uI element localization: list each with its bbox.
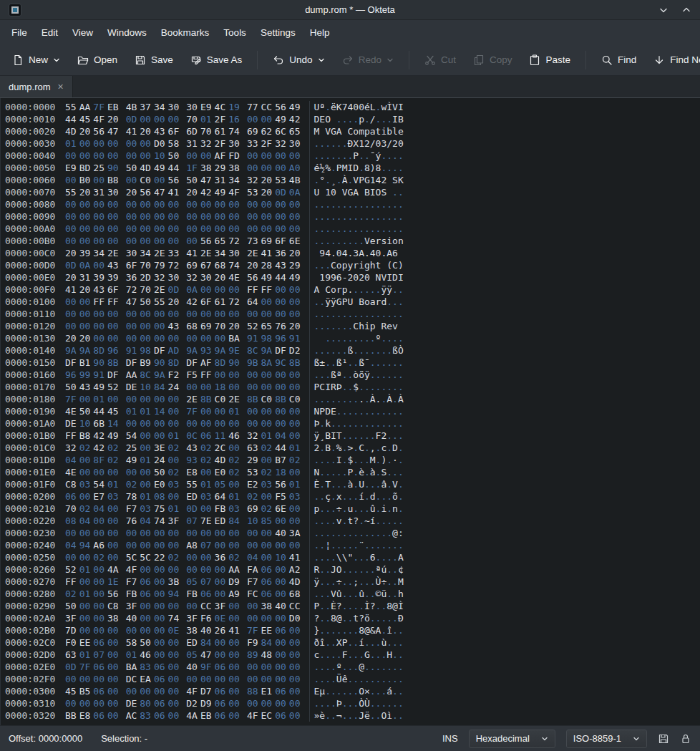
char-cell[interactable]: T xyxy=(336,430,342,442)
char-cell[interactable]: . xyxy=(381,247,387,259)
char-cell[interactable]: F xyxy=(342,649,348,661)
hex-byte[interactable]: 62 xyxy=(261,125,276,137)
hex-byte[interactable]: 00 xyxy=(168,539,183,551)
char-cell[interactable]: I xyxy=(398,271,404,284)
char-cell[interactable]: , xyxy=(370,442,376,454)
hex-byte[interactable]: 00 xyxy=(65,150,79,162)
hex-byte[interactable]: E0 xyxy=(215,466,229,478)
char-cell[interactable]: . xyxy=(347,527,353,539)
char-cell[interactable]: . xyxy=(376,393,381,405)
char-cell[interactable]: . xyxy=(376,369,381,381)
hex-byte[interactable]: 06 xyxy=(200,430,215,442)
hex-byte[interactable]: 20 xyxy=(79,186,94,198)
char-cell[interactable]: ß xyxy=(347,344,353,357)
hex-byte[interactable]: 00 xyxy=(65,697,79,709)
hex-byte[interactable]: 65 xyxy=(215,235,229,247)
hex-byte[interactable]: 4D xyxy=(215,454,229,466)
char-cell[interactable]: R xyxy=(381,320,387,332)
hex-byte[interactable]: DF xyxy=(275,344,289,357)
hex-byte[interactable]: A8 xyxy=(186,539,200,551)
hex-byte[interactable]: 9C xyxy=(275,357,289,369)
hex-byte[interactable]: 00 xyxy=(126,466,140,478)
char-cell[interactable]: . xyxy=(347,636,353,649)
hex-byte[interactable]: B0 xyxy=(79,174,94,186)
char-cell[interactable]: . xyxy=(347,563,353,576)
char-cell[interactable]: . xyxy=(314,490,320,503)
char-cell[interactable]: . xyxy=(342,210,348,223)
char-cell[interactable]: n xyxy=(398,235,404,247)
hex-byte[interactable]: 00 xyxy=(168,417,183,430)
char-cell[interactable]: . xyxy=(359,649,364,661)
hex-byte[interactable]: 00 xyxy=(200,417,215,430)
hex-byte[interactable]: 00 xyxy=(93,600,107,612)
char-cell[interactable]: . xyxy=(364,284,370,296)
menu-edit[interactable]: Edit xyxy=(34,24,65,42)
hex-byte[interactable]: 00 xyxy=(186,600,200,612)
hex-byte[interactable]: 00 xyxy=(289,417,303,430)
hex-byte[interactable]: 06 xyxy=(215,685,229,697)
hex-byte[interactable]: 70 xyxy=(186,113,200,125)
char-cell[interactable]: . xyxy=(331,210,336,223)
hex-byte[interactable]: 03 xyxy=(228,503,243,515)
hex-byte[interactable]: 50 xyxy=(186,174,200,186)
char-cell[interactable]: A xyxy=(336,125,342,137)
char-cell[interactable]: . xyxy=(353,332,359,344)
hex-byte[interactable]: 49 xyxy=(261,271,276,284)
hex-byte[interactable]: 00 xyxy=(247,113,261,125)
hex-byte[interactable]: 70 xyxy=(200,125,215,137)
char-cell[interactable]: v xyxy=(336,515,342,527)
char-cell[interactable]: â xyxy=(381,478,387,490)
char-cell[interactable]: à xyxy=(347,478,353,490)
toolbar-paste-button[interactable]: Paste xyxy=(522,49,577,71)
hex-byte[interactable]: 00 xyxy=(79,320,94,332)
hex-byte[interactable]: 00 xyxy=(247,661,261,673)
hex-byte[interactable]: 00 xyxy=(215,649,229,661)
hex-byte[interactable]: 00 xyxy=(79,210,94,223)
hex-byte[interactable]: 44 xyxy=(65,113,79,125)
char-cell[interactable]: . xyxy=(370,649,376,661)
hex-byte[interactable]: 06 xyxy=(140,576,154,588)
hex-byte[interactable]: 00 xyxy=(140,308,154,320)
hex-byte[interactable]: 3F xyxy=(168,515,183,527)
char-cell[interactable]: U xyxy=(314,186,320,198)
hex-byte[interactable]: 8B xyxy=(275,393,289,405)
char-cell[interactable]: . xyxy=(342,381,348,393)
hex-byte[interactable]: 00 xyxy=(289,515,303,527)
char-cell[interactable]: . xyxy=(325,259,331,271)
char-cell[interactable]: % xyxy=(325,162,331,174)
hex-byte[interactable]: 20 xyxy=(107,113,122,125)
hex-byte[interactable]: 01 xyxy=(261,430,276,442)
char-cell[interactable]: . xyxy=(364,150,370,162)
char-cell[interactable]: . xyxy=(387,697,392,709)
hex-byte[interactable]: F9 xyxy=(247,636,261,649)
hex-byte[interactable]: 00 xyxy=(200,527,215,539)
hex-byte[interactable]: 24 xyxy=(168,381,183,393)
hex-byte[interactable]: 00 xyxy=(200,150,215,162)
hex-byte[interactable]: 42 xyxy=(93,430,107,442)
menu-view[interactable]: View xyxy=(65,24,100,42)
char-cell[interactable] xyxy=(336,186,342,198)
hex-byte[interactable]: 01 xyxy=(289,478,303,490)
hex-byte[interactable]: 00 xyxy=(228,223,243,235)
char-cell[interactable]: . xyxy=(342,223,348,235)
hex-byte[interactable]: 29 xyxy=(289,259,303,271)
char-cell[interactable]: . xyxy=(370,284,376,296)
char-cell[interactable]: a xyxy=(370,296,376,308)
char-cell[interactable]: . xyxy=(319,673,325,685)
hex-byte[interactable]: FF xyxy=(247,284,261,296)
hex-byte[interactable]: 01 xyxy=(200,113,215,125)
char-cell[interactable]: . xyxy=(331,576,336,588)
hex-byte[interactable]: 02 xyxy=(107,454,122,466)
hex-byte[interactable]: EE xyxy=(261,624,276,636)
char-cell[interactable]: . xyxy=(342,490,348,503)
hex-byte[interactable]: 31 xyxy=(186,137,200,150)
char-cell[interactable]: . xyxy=(364,332,370,344)
char-cell[interactable]: . xyxy=(325,515,331,527)
char-cell[interactable] xyxy=(319,332,325,344)
char-cell[interactable]: G xyxy=(336,296,342,308)
hex-byte[interactable]: 00 xyxy=(140,150,154,162)
char-cell[interactable]: µ xyxy=(319,685,325,697)
hex-byte[interactable]: 00 xyxy=(154,649,168,661)
hex-byte[interactable]: F7 xyxy=(126,503,140,515)
char-cell[interactable]: 0 xyxy=(359,101,364,113)
